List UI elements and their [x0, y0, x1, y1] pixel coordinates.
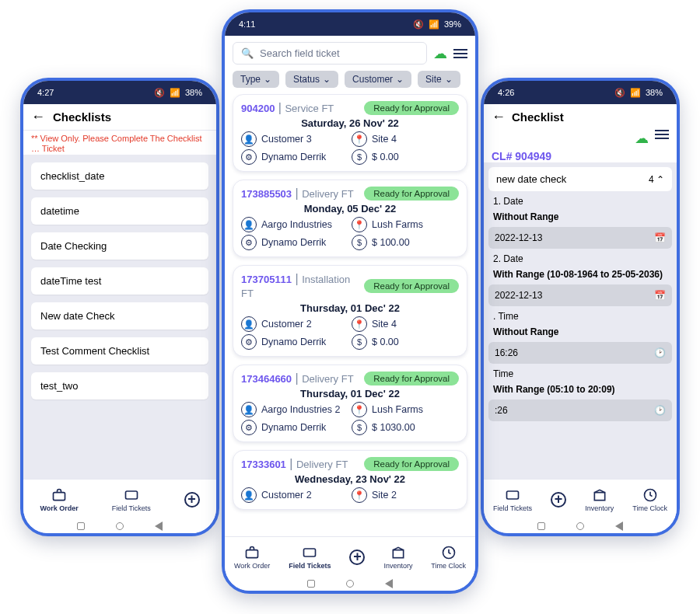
back-system-icon[interactable] [385, 579, 393, 588]
date-field[interactable]: 2022-12-13 📅 [488, 227, 672, 249]
gear-icon: ⚙ [241, 420, 257, 435]
nav-time-clock[interactable]: Time Clock [632, 487, 667, 512]
nav-field-tickets[interactable]: Field Tickets [289, 545, 331, 570]
question-label: . Time [488, 311, 672, 322]
filter-type[interactable]: Type [233, 71, 279, 88]
android-nav [225, 577, 475, 591]
add-button[interactable]: + [551, 492, 566, 508]
briefcase-icon [51, 487, 67, 503]
status-badge: Ready for Approval [364, 372, 459, 385]
time-field[interactable]: 16:26 🕑 [488, 342, 672, 364]
page-title: Checklist [512, 110, 564, 124]
status-bar: 4:11 🔇 📶 39% [225, 12, 475, 36]
home-icon[interactable] [576, 522, 584, 530]
calendar-icon: 📅 [654, 290, 666, 301]
nav-time-clock[interactable]: Time Clock [431, 545, 466, 570]
ticket-date: Monday, 05 Dec' 22 [241, 203, 459, 215]
filter-site[interactable]: Site [418, 71, 460, 88]
filter-customer[interactable]: Customer [345, 71, 411, 88]
ticket-card[interactable]: 173464660 | Delivery FT Ready for Approv… [233, 365, 467, 442]
search-row: 🔍 Search field ticket ☁ [225, 36, 475, 71]
ticket-card[interactable]: 173705111 | Installation FT Ready for Ap… [233, 265, 467, 357]
ticket-date: Wednesday, 23 Nov' 22 [241, 473, 459, 485]
checklist-item[interactable]: dateTime test [31, 267, 208, 295]
back-icon[interactable] [31, 109, 45, 125]
ticket-card[interactable]: 173885503 | Delivery FT Ready for Approv… [233, 180, 467, 257]
recent-apps-icon[interactable] [77, 522, 85, 530]
time-field[interactable]: :26 🕑 [488, 399, 672, 421]
battery-label: 38% [646, 88, 663, 97]
section-caret: 4 ⌃ [649, 174, 664, 185]
nav-inventory[interactable]: Inventory [585, 487, 614, 512]
ticket-amount: $ 1030.00 [372, 422, 459, 433]
ticket-card[interactable]: 17333601 | Delivery FT Ready for Approva… [233, 450, 467, 510]
ticket-date: Saturday, 26 Nov' 22 [241, 117, 459, 129]
back-icon[interactable] [492, 109, 506, 125]
search-input[interactable]: 🔍 Search field ticket [233, 42, 427, 65]
calendar-icon: 📅 [654, 232, 666, 243]
pin-icon: 📍 [352, 217, 367, 232]
person-icon: 👤 [241, 316, 257, 332]
ticket-site: Site 4 [372, 319, 459, 330]
nav-label: Inventory [585, 504, 614, 512]
hamburger-icon[interactable] [453, 49, 467, 58]
home-icon[interactable] [116, 522, 124, 530]
mute-icon: 🔇 [154, 88, 165, 98]
question-label: 2. Date [488, 253, 672, 264]
nav-field-tickets[interactable]: Field Tickets [112, 487, 151, 512]
nav-label: Time Clock [431, 562, 466, 570]
nav-label: Field Tickets [112, 504, 151, 512]
ticket-equipment: Dynamo Derrik [261, 237, 348, 248]
checklist-item[interactable]: checklist_date [31, 162, 208, 190]
nav-work-order[interactable]: Work Order [40, 487, 78, 512]
checklist-list: checklist_date datetime Date Checking da… [23, 155, 216, 479]
section-header[interactable]: new date check 4 ⌃ [488, 167, 672, 191]
filter-status[interactable]: Status [285, 71, 338, 88]
back-system-icon[interactable] [155, 522, 163, 531]
status-badge: Ready for Approval [364, 101, 459, 115]
checklist-item[interactable]: datetime [31, 197, 208, 225]
ticket-type: Service FT [285, 103, 334, 114]
svg-rect-6 [304, 549, 316, 556]
status-time: 4:26 [498, 88, 514, 97]
cloud-sync-icon[interactable]: ☁ [433, 45, 447, 62]
back-system-icon[interactable] [615, 522, 623, 531]
hamburger-icon[interactable] [655, 130, 669, 147]
question-label: 1. Date [488, 196, 672, 207]
phone-right: 4:26 🔇 📶 38% Checklist ☁ CL# 904949 new … [481, 78, 680, 536]
date-field[interactable]: 2022-12-13 📅 [488, 284, 672, 306]
recent-apps-icon[interactable] [537, 522, 545, 530]
android-nav [23, 519, 216, 533]
search-icon: 🔍 [241, 47, 254, 59]
add-button[interactable]: + [184, 492, 200, 508]
checklist-item[interactable]: test_two [31, 372, 208, 399]
add-button[interactable]: + [349, 549, 365, 565]
nav-label: Work Order [40, 504, 78, 512]
home-icon[interactable] [346, 580, 354, 588]
dollar-icon: $ [352, 149, 367, 165]
nav-work-order[interactable]: Work Order [234, 545, 270, 570]
checklist-body: new date check 4 ⌃ 1. Date Without Range… [484, 162, 677, 479]
ticket-list[interactable]: 904200 | Service FT Ready for Approval S… [225, 94, 475, 536]
inventory-icon [592, 487, 607, 503]
nav-label: Work Order [234, 562, 270, 570]
svg-rect-0 [54, 492, 65, 500]
checklist-id: CL# 904949 [484, 150, 677, 162]
ticket-id: 173705111 [241, 274, 292, 285]
checklist-item[interactable]: Date Checking [31, 232, 208, 260]
ticket-site: Site 4 [372, 134, 459, 145]
checklist-item[interactable]: New date Check [31, 302, 208, 330]
recent-apps-icon[interactable] [307, 580, 315, 588]
nav-field-tickets[interactable]: Field Tickets [493, 487, 532, 512]
ticket-site: Site 2 [372, 490, 459, 501]
ticket-card[interactable]: 904200 | Service FT Ready for Approval S… [233, 94, 467, 172]
app-header: Checklist [484, 104, 677, 130]
status-right: 🔇 📶 38% [154, 88, 202, 98]
clock-icon: 🕑 [654, 405, 666, 416]
checklist-item[interactable]: Test Comment Checklist [31, 337, 208, 365]
cloud-sync-icon[interactable]: ☁ [635, 130, 649, 147]
ticket-date: Thursday, 01 Dec' 22 [241, 302, 459, 314]
nav-inventory[interactable]: Inventory [383, 545, 412, 570]
wifi-icon: 📶 [429, 19, 439, 30]
ticket-id: 173885503 [241, 188, 292, 200]
